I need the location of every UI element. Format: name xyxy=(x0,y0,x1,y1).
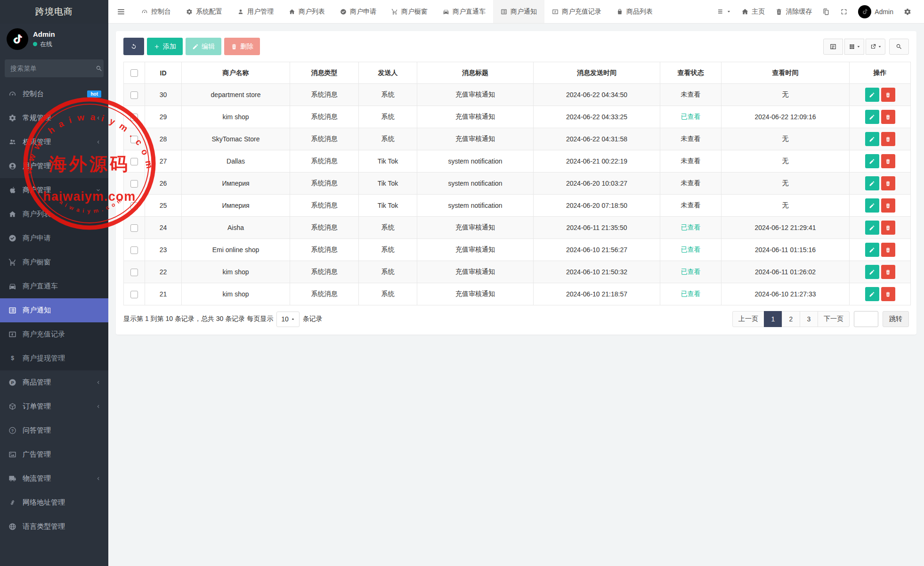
clear-cache-button[interactable]: 清除缓存 xyxy=(770,0,817,24)
row-checkbox[interactable] xyxy=(130,158,138,165)
sidebar-item-logistics[interactable]: 物流管理 xyxy=(0,467,108,491)
tab-merchant-apply[interactable]: 商户申请 xyxy=(332,0,384,23)
row-checkbox[interactable] xyxy=(130,180,138,188)
tab-merchant-train[interactable]: 商户直通车 xyxy=(435,0,493,23)
row-delete-button[interactable] xyxy=(881,265,895,279)
sidebar-item-user[interactable]: 用户管理 xyxy=(0,154,108,178)
cell-view-time: 无 xyxy=(721,195,850,217)
row-checkbox[interactable] xyxy=(130,269,138,276)
tab-merchant-window[interactable]: 商户橱窗 xyxy=(384,0,435,23)
row-edit-button[interactable] xyxy=(865,287,879,301)
page-button-3[interactable]: 3 xyxy=(800,311,818,327)
row-delete-button[interactable] xyxy=(881,154,895,168)
tab-console[interactable]: 控制台 xyxy=(134,0,178,23)
refresh-button[interactable] xyxy=(123,38,144,55)
sidebar-item-auth[interactable]: 权限管理 xyxy=(0,130,108,154)
sidebar-item-goods[interactable]: P商品管理 xyxy=(0,370,108,394)
tab-merchant-recharge[interactable]: 商户充值记录 xyxy=(544,0,609,23)
row-delete-button[interactable] xyxy=(881,88,895,102)
row-checkbox[interactable] xyxy=(130,136,138,143)
row-delete-button[interactable] xyxy=(881,287,895,301)
home-icon xyxy=(741,8,749,16)
sidebar-item-language[interactable]: 语言类型管理 xyxy=(0,515,108,539)
sidebar-item-merchant-notice[interactable]: 商户通知 xyxy=(0,298,108,322)
row-delete-button[interactable] xyxy=(881,198,895,213)
sidebar-item-merchant-list[interactable]: 商户列表 xyxy=(0,202,108,226)
row-checkbox[interactable] xyxy=(130,224,138,232)
row-checkbox[interactable] xyxy=(130,291,138,298)
row-edit-button[interactable] xyxy=(865,176,879,190)
tab-goods-list[interactable]: 商品列表 xyxy=(609,0,660,23)
page-button-2[interactable]: 2 xyxy=(782,311,800,327)
tab-user-manage[interactable]: 用户管理 xyxy=(230,0,281,23)
admin-label: Admin xyxy=(875,8,893,16)
row-edit-button[interactable] xyxy=(865,221,879,235)
row-checkbox[interactable] xyxy=(130,202,138,210)
pencil-icon xyxy=(869,114,875,120)
caret-up-icon xyxy=(291,317,295,321)
select-all-checkbox[interactable] xyxy=(130,69,138,77)
delete-button[interactable]: 删除 xyxy=(224,38,260,55)
add-button[interactable]: 添加 xyxy=(147,38,183,55)
page-button-1[interactable]: 1 xyxy=(764,311,782,327)
row-checkbox[interactable] xyxy=(130,114,138,121)
cell-view-status: 未查看 xyxy=(660,150,721,172)
home-link[interactable]: 主页 xyxy=(736,0,770,24)
row-checkbox[interactable] xyxy=(130,91,138,99)
sidebar-item-label: 商户管理 xyxy=(23,186,51,195)
files-button[interactable] xyxy=(817,0,835,24)
row-edit-button[interactable] xyxy=(865,110,879,124)
row-delete-button[interactable] xyxy=(881,132,895,146)
sidebar-item-ad[interactable]: 广告管理 xyxy=(0,443,108,467)
chev-down-icon xyxy=(95,187,101,193)
edit-button[interactable]: 编辑 xyxy=(186,38,221,55)
tab-merchant-notice[interactable]: 商户通知 xyxy=(493,0,544,23)
jump-page-input[interactable] xyxy=(854,311,878,327)
sidebar-item-merchant-recharge[interactable]: 商户充值记录 xyxy=(0,322,108,346)
sidebar-item-merchant-window[interactable]: 商户橱窗 xyxy=(0,250,108,274)
sidebar-item-merchant-withdraw[interactable]: $商户提现管理 xyxy=(0,346,108,370)
view-button-group xyxy=(823,39,885,55)
fullscreen-button[interactable] xyxy=(835,0,853,24)
row-delete-button[interactable] xyxy=(881,221,895,235)
menu-search-input[interactable] xyxy=(10,65,96,72)
row-edit-button[interactable] xyxy=(865,198,879,213)
next-page-button[interactable]: 下一页 xyxy=(818,311,850,327)
sidebar-item-general[interactable]: 常规管理 xyxy=(0,106,108,130)
cell-sender: Tik Tok xyxy=(359,172,417,195)
sidebar-item-qa[interactable]: ?问答管理 xyxy=(0,418,108,443)
detail-view-button[interactable] xyxy=(823,39,843,55)
sidebar-item-order[interactable]: 订单管理 xyxy=(0,394,108,418)
jump-button[interactable]: 跳转 xyxy=(883,311,909,327)
admin-menu[interactable]: Admin xyxy=(853,0,899,24)
row-edit-button[interactable] xyxy=(865,243,879,257)
cell-view-time: 无 xyxy=(721,150,850,172)
sidebar-item-merchant[interactable]: 商户管理 xyxy=(0,178,108,202)
settings-button[interactable] xyxy=(899,0,916,24)
row-edit-button[interactable] xyxy=(865,154,879,168)
sidebar-toggle-button[interactable] xyxy=(108,0,134,23)
row-edit-button[interactable] xyxy=(865,265,879,279)
row-edit-button[interactable] xyxy=(865,88,879,102)
export-button[interactable] xyxy=(866,39,885,55)
cell-title: 充值审核通知 xyxy=(417,217,534,239)
tab-merchant-list[interactable]: 商户列表 xyxy=(281,0,332,23)
columns-button[interactable] xyxy=(844,39,864,55)
sidebar-item-merchant-train[interactable]: 商户直通车 xyxy=(0,274,108,298)
cell-sender: 系统 xyxy=(359,84,417,106)
page-size-select[interactable]: 10 xyxy=(276,312,300,327)
sidebar-item-label: 权限管理 xyxy=(23,138,51,147)
sidebar-item-url[interactable]: 网络地址管理 xyxy=(0,491,108,515)
row-delete-button[interactable] xyxy=(881,110,895,124)
row-delete-button[interactable] xyxy=(881,243,895,257)
tab-system-config[interactable]: 系统配置 xyxy=(178,0,230,23)
bag-icon xyxy=(616,8,623,15)
sidebar-item-console[interactable]: 控制台hot xyxy=(0,82,108,106)
sidebar-item-merchant-apply[interactable]: 商户申请 xyxy=(0,226,108,250)
row-edit-button[interactable] xyxy=(865,132,879,146)
prev-page-button[interactable]: 上一页 xyxy=(732,311,764,327)
search-toggle-button[interactable] xyxy=(889,39,909,55)
tab-list-menu-button[interactable] xyxy=(712,0,736,24)
row-delete-button[interactable] xyxy=(881,176,895,190)
row-checkbox[interactable] xyxy=(130,246,138,254)
